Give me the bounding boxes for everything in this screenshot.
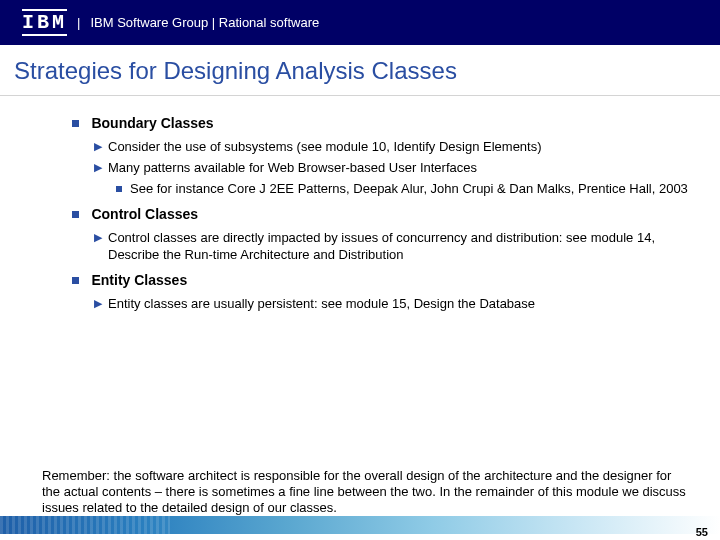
footer: 55	[0, 516, 720, 540]
heading-text: Control Classes	[91, 206, 198, 222]
arrow-bullet-icon: ▶	[94, 159, 102, 176]
bullet-item: ▶ Many patterns available for Web Browse…	[94, 159, 692, 176]
heading-text: Entity Classes	[91, 272, 187, 288]
arrow-bullet-icon: ▶	[94, 138, 102, 155]
section-heading: Entity Classes	[72, 271, 692, 289]
sub-bullet-text: See for instance Core J 2EE Patterns, De…	[130, 180, 688, 197]
square-bullet-icon	[72, 120, 79, 127]
section-heading: Boundary Classes	[72, 114, 692, 132]
remember-paragraph: Remember: the software architect is resp…	[0, 468, 720, 516]
arrow-bullet-icon: ▶	[94, 295, 102, 312]
title-bar: Strategies for Designing Analysis Classe…	[0, 45, 720, 96]
bullet-text: Control classes are directly impacted by…	[108, 229, 692, 263]
slide-body: Boundary Classes ▶ Consider the use of s…	[0, 106, 720, 454]
square-bullet-icon	[72, 277, 79, 284]
section-heading: Control Classes	[72, 205, 692, 223]
slide: IBM | IBM Software Group | Rational soft…	[0, 0, 720, 540]
header-bar: IBM | IBM Software Group | Rational soft…	[0, 0, 720, 45]
page-number: 55	[696, 526, 708, 538]
sub-bullet-item: See for instance Core J 2EE Patterns, De…	[116, 180, 692, 197]
bullet-item: ▶ Consider the use of subsystems (see mo…	[94, 138, 692, 155]
ibm-logo: IBM	[22, 9, 67, 36]
arrow-bullet-icon: ▶	[94, 229, 102, 263]
square-bullet-icon	[72, 211, 79, 218]
bullet-item: ▶ Entity classes are usually persistent:…	[94, 295, 692, 312]
bullet-text: Consider the use of subsystems (see modu…	[108, 138, 542, 155]
slide-title: Strategies for Designing Analysis Classe…	[14, 57, 720, 85]
bullet-text: Many patterns available for Web Browser-…	[108, 159, 477, 176]
footer-graphic	[0, 516, 720, 534]
bullet-item: ▶ Control classes are directly impacted …	[94, 229, 692, 263]
square-bullet-icon	[116, 186, 122, 192]
heading-text: Boundary Classes	[91, 115, 213, 131]
header-separator: |	[77, 15, 80, 30]
bullet-text: Entity classes are usually persistent: s…	[108, 295, 535, 312]
header-text: IBM Software Group | Rational software	[90, 15, 319, 30]
